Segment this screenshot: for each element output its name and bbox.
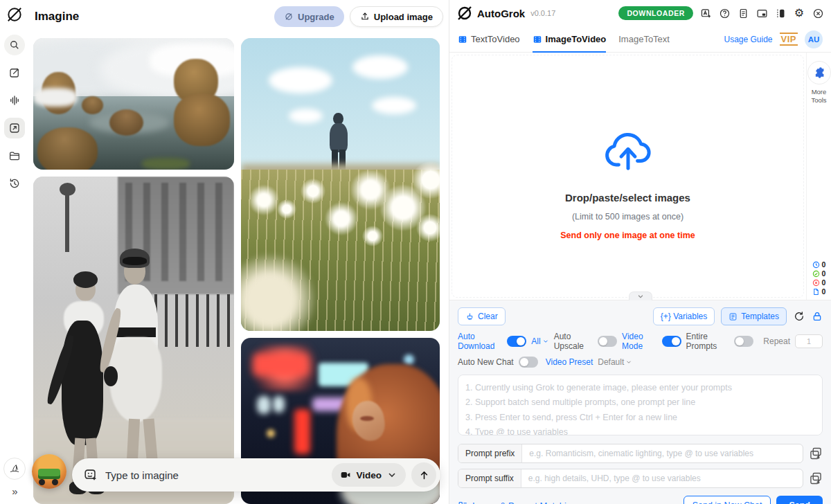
broom-icon: [465, 312, 474, 321]
translate-add-icon[interactable]: [699, 7, 712, 19]
gallery-image-rollerskating-women[interactable]: [33, 177, 234, 504]
prompt-prefix-row: Prompt prefix: [458, 444, 823, 463]
tab-image-to-text[interactable]: ImageToText: [618, 26, 670, 52]
composer-toolbar: Clear {+} Variables Templates: [458, 307, 823, 325]
imagine-header: Imagine Upgrade Upload image: [29, 0, 443, 33]
image-prompt-matching-link[interactable]: Image & Prompt Matching: [458, 501, 576, 504]
auto-download-toggle[interactable]: [507, 336, 526, 347]
downloader-badge[interactable]: DOWNLOADER: [618, 6, 693, 20]
add-image-icon[interactable]: [83, 467, 98, 483]
entire-prompts-toggle[interactable]: [734, 336, 753, 347]
picture-in-picture-icon[interactable]: [756, 7, 768, 19]
vip-badge[interactable]: VIP: [780, 33, 798, 46]
download-filter-select[interactable]: All: [531, 336, 548, 346]
send-in-new-chat-button[interactable]: Send in New Chat: [683, 496, 771, 504]
auto-upscale-toggle[interactable]: [598, 336, 617, 347]
repeat-label: Repeat: [763, 336, 790, 346]
prefix-templates-icon[interactable]: [809, 447, 823, 460]
compose-icon[interactable]: [4, 62, 25, 83]
upgrade-button[interactable]: Upgrade: [274, 6, 344, 27]
account-avatar[interactable]: AU: [805, 30, 823, 48]
send-button[interactable]: Send: [776, 496, 823, 504]
video-mode-toggle[interactable]: [662, 336, 681, 347]
prompt-prefix-input[interactable]: [522, 444, 803, 462]
suffix-templates-icon[interactable]: [809, 471, 823, 485]
composer-footer: Image & Prompt Matching Send in New Chat…: [458, 496, 823, 504]
collapse-panel-button[interactable]: [629, 291, 652, 300]
auto-new-chat-label[interactable]: Auto New Chat: [458, 357, 514, 367]
repeat-input[interactable]: [795, 334, 823, 348]
prompt-prefix-label: Prompt prefix: [458, 444, 522, 462]
upload-image-button[interactable]: Upload image: [350, 6, 443, 27]
video-camera-icon: [340, 469, 351, 480]
image-art: [241, 38, 440, 331]
counter-failed: 0: [812, 278, 826, 287]
lock-icon[interactable]: [811, 311, 823, 323]
autogrok-panel: AutoGrok v0.0.17 DOWNLOADER ⚙ TextToVide…: [449, 0, 831, 504]
doodle-icon[interactable]: [3, 458, 26, 480]
more-tools-label: More Tools: [809, 88, 830, 105]
more-tools-button[interactable]: [807, 61, 831, 84]
close-icon[interactable]: [812, 7, 824, 19]
tab-bar: TextToVideo ImageToVideo ImageToText Usa…: [449, 26, 831, 53]
clock-icon: [812, 261, 820, 269]
right-tool-rail: More Tools 0 0 0 0: [806, 53, 831, 300]
template-icon: [729, 312, 738, 321]
entire-prompts-label[interactable]: Entire Prompts: [686, 332, 730, 351]
sidebar-toggle-icon[interactable]: [774, 7, 787, 19]
chevron-down-icon: [637, 293, 644, 300]
refresh-icon[interactable]: [793, 311, 805, 323]
prompt-suffix-label: Prompt suffix: [458, 469, 521, 487]
gallery-image-dandelion-field[interactable]: [241, 38, 440, 331]
imagine-input[interactable]: [98, 469, 332, 481]
templates-button[interactable]: Templates: [721, 307, 787, 325]
video-mode-select[interactable]: Video: [332, 463, 406, 487]
page-title: Imagine: [35, 10, 79, 24]
dropzone-warning: Send only one image at one time: [560, 231, 695, 240]
options-row-1: Auto Download All Auto Upscale Video Mod…: [458, 332, 823, 351]
x-circle-icon: [812, 279, 820, 287]
auto-download-label[interactable]: Auto Download: [458, 332, 502, 351]
tab-image-to-video[interactable]: ImageToVideo: [533, 26, 607, 52]
voice-icon[interactable]: [4, 90, 25, 111]
film-icon: [533, 35, 542, 44]
prompt-suffix-input[interactable]: [521, 469, 803, 487]
video-preset-select[interactable]: Default: [598, 357, 632, 367]
image-art: [33, 177, 234, 504]
prompts-textarea[interactable]: [458, 375, 823, 435]
avatar[interactable]: [32, 454, 66, 489]
tab-text-to-video[interactable]: TextToVideo: [458, 26, 520, 52]
auto-new-chat-toggle[interactable]: [519, 357, 538, 368]
gallery-image-snow-monkeys[interactable]: [33, 38, 234, 170]
check-circle-icon: [812, 270, 820, 278]
search-icon[interactable]: [4, 35, 25, 55]
imagine-icon[interactable]: [4, 118, 25, 138]
counter-files: 0: [812, 287, 826, 296]
image-dropzone[interactable]: Drop/paste/select images (Limit to 500 i…: [452, 55, 804, 298]
variables-button[interactable]: {+} Variables: [653, 307, 715, 325]
imagine-prompt-bar: Video: [72, 458, 440, 492]
upload-icon: [360, 12, 370, 21]
video-preset-label[interactable]: Video Preset: [546, 357, 593, 367]
chevron-down-icon: [625, 359, 632, 366]
autogrok-header: AutoGrok v0.0.17 DOWNLOADER ⚙: [449, 0, 831, 26]
submit-button[interactable]: [411, 462, 436, 487]
expand-sidebar-chevrons[interactable]: »: [12, 485, 17, 497]
matching-list-icon: [458, 501, 468, 504]
video-mode-label[interactable]: Video Mode: [622, 332, 656, 351]
dropzone-title: Drop/paste/select images: [565, 192, 690, 204]
counter-success: 0: [812, 269, 826, 278]
chevron-down-icon: [542, 338, 549, 345]
autogrok-logo-icon: [456, 5, 473, 21]
changelog-icon[interactable]: [737, 7, 749, 19]
projects-folder-icon[interactable]: [4, 145, 25, 166]
clear-button[interactable]: Clear: [458, 307, 506, 325]
grok-logo-icon[interactable]: [6, 6, 24, 24]
usage-guide-link[interactable]: Usage Guide: [724, 35, 772, 44]
auto-upscale-label[interactable]: Auto Upscale: [554, 332, 593, 351]
grok-imagine-panel: » Imagine Upgrade Upload image: [0, 0, 449, 504]
settings-gear-icon[interactable]: ⚙: [793, 7, 805, 19]
history-icon[interactable]: [4, 173, 25, 194]
counter-pending: 0: [812, 260, 826, 269]
help-icon[interactable]: [718, 7, 731, 19]
